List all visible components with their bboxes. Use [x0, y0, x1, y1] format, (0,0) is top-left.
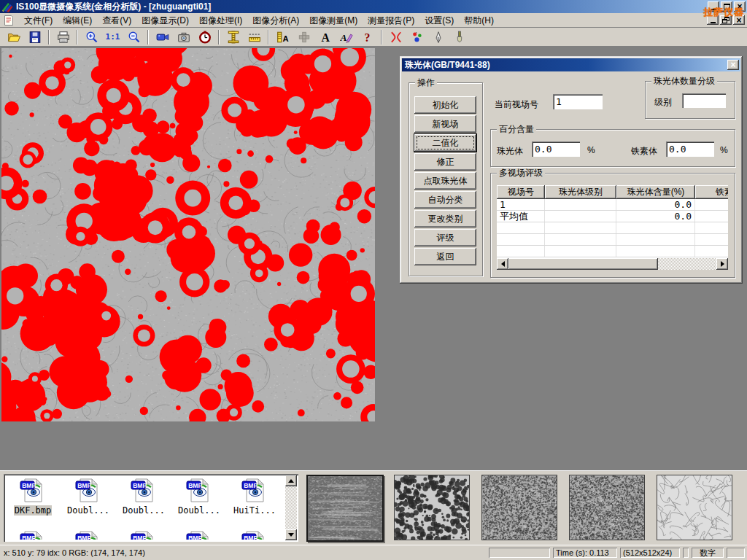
zoom-out-icon[interactable]: [124, 28, 144, 45]
table-column-4[interactable]: 铁素体: [695, 185, 728, 199]
scroll-down-button[interactable]: [285, 529, 297, 540]
close-button[interactable]: ×: [734, 1, 746, 12]
table-row[interactable]: 平均值0.0: [497, 211, 728, 222]
preview-thumbnail-2[interactable]: [394, 475, 470, 540]
level-input[interactable]: [682, 93, 726, 108]
menu-item-5[interactable]: 图像处理(I): [194, 13, 247, 28]
open-file-icon[interactable]: [4, 28, 23, 45]
bottom-panel: BMPDKF.bmpBMPDoubl...BMPDoubl...BMPDoubl…: [0, 470, 747, 545]
table-row[interactable]: 10.0: [497, 199, 728, 211]
actual-size-icon[interactable]: 1:1: [103, 28, 123, 45]
scroll-right-button[interactable]: [716, 258, 728, 270]
table-column-3[interactable]: 珠光体含量(%): [616, 185, 695, 199]
file-item[interactable]: BMPDKF.bmp: [6, 477, 60, 516]
file-item[interactable]: BMP: [172, 529, 226, 540]
file-name: Doubl...: [177, 505, 221, 516]
rating-table-body[interactable]: 10.0平均值0.0: [497, 199, 728, 258]
ferrite-percent-input[interactable]: [666, 141, 714, 157]
file-item[interactable]: BMPHuiTi...: [228, 477, 282, 516]
save-icon[interactable]: [25, 28, 44, 45]
correct-button[interactable]: 修正: [414, 153, 476, 171]
text-icon[interactable]: [315, 28, 335, 45]
scroll-left-button[interactable]: [497, 258, 508, 270]
file-item[interactable]: BMPDoubl...: [117, 477, 171, 516]
arrow-right-icon: [721, 261, 724, 267]
camera-icon[interactable]: [174, 28, 193, 45]
ruler-icon[interactable]: [244, 28, 264, 45]
svg-text:BMP: BMP: [133, 534, 147, 540]
menu-item-4[interactable]: 图像显示(D): [136, 13, 194, 28]
grid-icon[interactable]: [294, 28, 314, 45]
svg-text:BMP: BMP: [244, 482, 258, 489]
clock-icon[interactable]: [195, 28, 214, 45]
menu-item-3[interactable]: 查看(V): [97, 13, 136, 28]
annotate-icon[interactable]: [336, 28, 356, 45]
initialize-button[interactable]: 初始化: [414, 96, 476, 114]
menu-item-9[interactable]: 设置(S): [419, 13, 459, 28]
menu-item-7[interactable]: 图像测量(M): [304, 13, 363, 28]
preview-thumbnail-3[interactable]: [481, 475, 557, 540]
table-cell: [545, 211, 616, 222]
mdi-minimize-button[interactable]: [707, 15, 719, 25]
table-cell: [616, 246, 695, 257]
menu-item-2[interactable]: 编辑(E): [58, 13, 97, 28]
maximize-button[interactable]: [721, 1, 732, 12]
table-column-1[interactable]: 视场号: [497, 185, 545, 199]
file-item[interactable]: BMPDoubl...: [61, 477, 115, 516]
current-field-input[interactable]: [553, 94, 603, 109]
scroll-up-button[interactable]: [285, 475, 297, 486]
file-item[interactable]: BMP: [61, 529, 115, 540]
table-cell: [545, 246, 616, 257]
brush-icon[interactable]: [449, 28, 469, 45]
dialog-close-button[interactable]: ×: [727, 60, 739, 70]
table-row[interactable]: [497, 234, 728, 246]
dialog-title-bar[interactable]: 珠光体(GB/T9441-88) ×: [402, 58, 740, 71]
preview-thumbnail-1[interactable]: [306, 475, 384, 542]
micrograph-image[interactable]: [1, 48, 375, 421]
arrow-up-icon: [288, 479, 294, 483]
table-row[interactable]: [497, 222, 728, 234]
scroll-thumb[interactable]: [508, 258, 658, 270]
table-column-2[interactable]: 珠光体级别: [545, 185, 616, 199]
menu-item-6[interactable]: 图像分析(A): [247, 13, 304, 28]
multi-field-group-label: 多视场评级: [497, 168, 545, 178]
table-cell: [695, 234, 728, 245]
preview-thumbnail-4[interactable]: [569, 475, 645, 540]
grade-button[interactable]: 评级: [414, 229, 476, 246]
new-field-button[interactable]: 新视场: [414, 115, 476, 133]
help-icon[interactable]: [357, 28, 377, 45]
file-item[interactable]: BMP: [117, 529, 171, 540]
binarize-button[interactable]: 二值化: [414, 134, 476, 152]
pen-icon[interactable]: [428, 28, 448, 45]
file-item[interactable]: BMPDoubl...: [172, 477, 226, 516]
percent-unit: %: [587, 145, 595, 155]
curve-tool-icon[interactable]: [386, 28, 406, 45]
return-button[interactable]: 返回: [414, 248, 476, 265]
menu-item-1[interactable]: 文件(F): [19, 13, 58, 28]
menu-item-10[interactable]: 帮助(H): [459, 13, 499, 28]
arrow-left-icon: [501, 261, 505, 267]
table-hscrollbar: [497, 258, 728, 270]
measure-label-icon[interactable]: [273, 28, 293, 45]
toolbar: 1:1: [0, 28, 747, 47]
video-camera-icon[interactable]: [152, 28, 172, 45]
menu-item-8[interactable]: 测量报告(P): [363, 13, 419, 28]
auto-classify-button[interactable]: 自动分类: [414, 191, 476, 209]
file-item[interactable]: BMP: [228, 529, 282, 540]
scroll-track[interactable]: [658, 258, 716, 270]
mdi-restore-button[interactable]: [720, 15, 732, 25]
pearlite-percent-input[interactable]: [532, 141, 580, 157]
particle-analysis-icon[interactable]: [407, 28, 427, 45]
minimize-button[interactable]: [708, 1, 719, 12]
preview-thumbnail-5[interactable]: [657, 475, 732, 540]
zoom-in-icon[interactable]: [82, 28, 101, 45]
file-item[interactable]: BMP: [6, 529, 60, 540]
pick-pearlite-button[interactable]: 点取珠光体: [414, 172, 476, 190]
table-row[interactable]: [497, 246, 728, 257]
mdi-close-button[interactable]: ×: [733, 15, 745, 25]
table-cell: 0.0: [616, 199, 695, 210]
change-class-button[interactable]: 更改类别: [414, 210, 476, 228]
caliper-icon[interactable]: [223, 28, 243, 45]
print-icon[interactable]: [53, 28, 73, 45]
toolbar-separator: [48, 30, 50, 44]
